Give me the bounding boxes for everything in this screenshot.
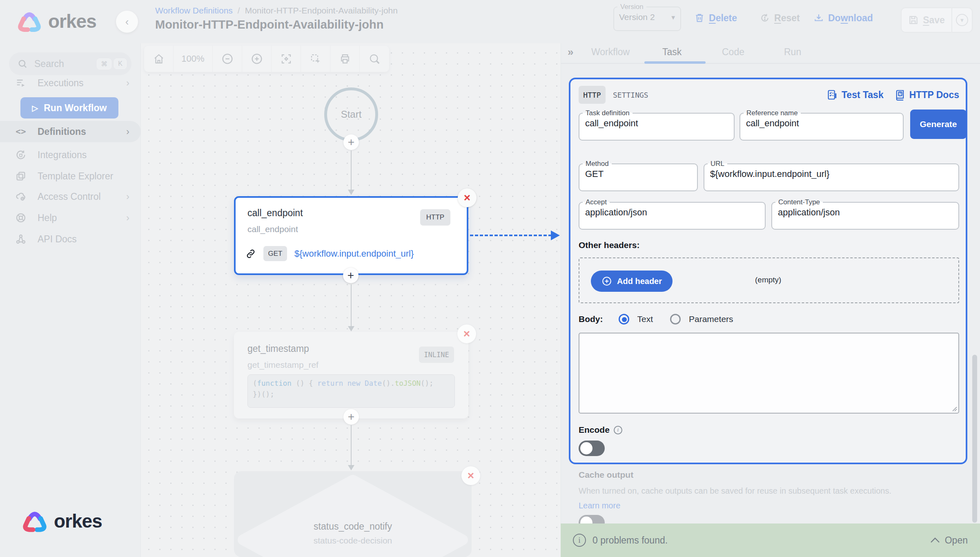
- subtab-http[interactable]: HTTP: [579, 86, 606, 104]
- reference-name-field[interactable]: Reference name call_endpoint: [739, 110, 904, 141]
- method-field[interactable]: Method GET: [579, 160, 698, 191]
- task-node-get-timestamp[interactable]: get_timestamp get_timestamp_ref INLINE (…: [234, 332, 468, 418]
- save-options-button[interactable]: ▼: [951, 8, 972, 32]
- sidebar-item-integrations[interactable]: Integrations: [0, 145, 141, 165]
- sidebar-item-label: Template Explorer: [38, 171, 141, 182]
- body-text-radio[interactable]: [619, 314, 629, 324]
- reset-button-label: Reset: [774, 13, 800, 24]
- tab-workflow[interactable]: Workflow: [591, 47, 630, 58]
- search-input[interactable]: Search ⌘ K: [9, 52, 131, 75]
- reference-name-label: Reference name: [744, 110, 801, 116]
- reset-button[interactable]: Reset: [760, 12, 800, 24]
- body-parameters-radio-label: Parameters: [689, 314, 733, 324]
- delete-button[interactable]: Delete: [694, 12, 737, 24]
- task-node-status-code-decision[interactable]: status_code_notify status-code-decision: [234, 471, 472, 557]
- edge-arrowhead: [348, 465, 354, 470]
- zoom-in-button[interactable]: [242, 46, 272, 72]
- add-task-button[interactable]: +: [343, 268, 359, 283]
- edge-start-to-http: [351, 150, 352, 190]
- add-task-button[interactable]: +: [343, 134, 359, 150]
- select-mode-button[interactable]: [301, 46, 330, 72]
- sidebar-item-help[interactable]: Help ›: [0, 208, 141, 228]
- select-area-icon: [310, 53, 322, 65]
- open-problems-button[interactable]: Open: [930, 535, 968, 546]
- shortcut-cmd-key: ⌘: [97, 58, 111, 69]
- page-title: Monitor-HTTP-Endpoint-Availability-john: [155, 18, 384, 31]
- node-title: get_timestamp: [247, 343, 309, 354]
- version-select[interactable]: Version Version 2 ▼: [613, 3, 681, 31]
- method-label: Method: [583, 160, 612, 167]
- orkes-logo[interactable]: orkes: [16, 8, 96, 34]
- sidebar-item-executions[interactable]: Executions ›: [0, 73, 141, 93]
- add-task-button[interactable]: +: [343, 409, 359, 425]
- sidebar-item-definitions[interactable]: <> Definitions ›: [0, 121, 141, 142]
- http-method-badge: GET: [263, 246, 287, 261]
- sidebar-item-label: Help: [38, 213, 126, 224]
- task-definition-field[interactable]: Task definition call_endpoint: [579, 110, 735, 141]
- fit-screen-icon: [280, 53, 292, 65]
- panel-scrollbar[interactable]: [972, 355, 977, 523]
- home-view-button[interactable]: [144, 46, 174, 72]
- subtab-settings[interactable]: SETTINGS: [613, 91, 648, 99]
- http-docs-button[interactable]: ? HTTP Docs: [894, 89, 959, 101]
- cache-output-title: Cache output: [579, 470, 633, 480]
- encode-toggle[interactable]: [579, 441, 605, 456]
- download-button[interactable]: Download: [813, 12, 873, 24]
- task-node-call-endpoint-selected[interactable]: call_endpoint call_endpoint HTTP GET ${w…: [234, 196, 468, 275]
- edge-arrowhead: [348, 326, 354, 331]
- accept-field[interactable]: Accept application/json: [579, 199, 766, 230]
- tab-task[interactable]: Task: [662, 47, 682, 58]
- run-workflow-button[interactable]: ▷ Run Workflow: [20, 97, 118, 119]
- task-type-badge: INLINE: [419, 347, 454, 363]
- test-task-label: Test Task: [842, 89, 884, 101]
- trash-icon: [694, 12, 705, 24]
- zoom-level-indicator[interactable]: 100%: [174, 46, 213, 72]
- fit-to-screen-button[interactable]: [272, 46, 301, 72]
- test-task-button[interactable]: Test Task: [826, 89, 884, 101]
- sidebar-item-access-control[interactable]: Access Control ›: [0, 186, 141, 207]
- add-header-button[interactable]: Add header: [591, 271, 673, 292]
- edge-arrowhead: [348, 190, 354, 195]
- learn-more-link[interactable]: Learn more: [579, 501, 620, 510]
- search-icon: [17, 58, 28, 69]
- resize-grip-icon[interactable]: [951, 405, 957, 412]
- info-icon[interactable]: i: [614, 426, 622, 434]
- content-type-field[interactable]: Content-Type application/json: [771, 199, 959, 230]
- collapse-panel-icon[interactable]: »: [568, 46, 572, 58]
- body-label: Body:: [579, 314, 603, 324]
- content-type-value: application/json: [772, 206, 958, 224]
- breadcrumb-link[interactable]: Workflow Definitions: [155, 6, 233, 16]
- save-button[interactable]: Save: [902, 15, 951, 26]
- headers-dropzone: Add header (empty): [579, 257, 959, 303]
- zoom-out-button[interactable]: [213, 46, 242, 72]
- tab-run[interactable]: Run: [784, 47, 801, 58]
- collapse-sidebar-button[interactable]: ‹: [116, 11, 138, 33]
- tab-code[interactable]: Code: [722, 47, 744, 58]
- task-definition-label: Task definition: [583, 110, 633, 116]
- canvas-search-button[interactable]: [360, 46, 389, 72]
- help-icon: [15, 212, 27, 224]
- docs-question-icon: ?: [894, 89, 906, 101]
- url-field[interactable]: URL ${workflow.input.endpoint_url}: [704, 160, 959, 191]
- sidebar-item-api-docs[interactable]: API Docs: [0, 229, 141, 249]
- sidebar-item-template-explorer[interactable]: Template Explorer: [0, 166, 141, 186]
- body-parameters-radio[interactable]: [670, 314, 681, 324]
- body-textarea[interactable]: [579, 333, 959, 414]
- plus-circle-icon: [601, 276, 612, 286]
- link-icon: [245, 248, 256, 259]
- inline-code-preview: (function () { return new Date().toJSON(…: [247, 374, 455, 408]
- remove-task-button[interactable]: ×: [461, 466, 480, 485]
- print-button[interactable]: [330, 46, 360, 72]
- zoom-in-icon: [250, 52, 263, 65]
- run-workflow-label: Run Workflow: [44, 103, 107, 114]
- sidebar-item-label: Integrations: [38, 150, 141, 161]
- headers-empty-hint: (empty): [755, 275, 781, 284]
- generate-button[interactable]: Generate: [910, 110, 967, 139]
- start-node[interactable]: Start: [324, 87, 378, 141]
- remove-task-button[interactable]: ×: [458, 188, 477, 207]
- templates-icon: [15, 170, 27, 182]
- printer-icon: [339, 53, 351, 65]
- problems-status-bar: i 0 problems found. Open: [561, 523, 980, 557]
- generate-button-label: Generate: [920, 119, 957, 129]
- remove-task-button[interactable]: ×: [457, 324, 476, 343]
